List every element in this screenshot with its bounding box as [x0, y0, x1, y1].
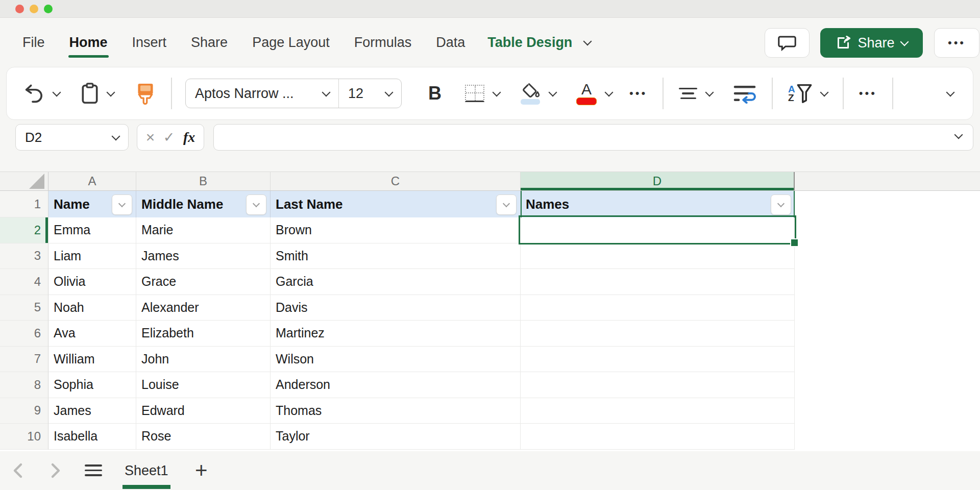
column-header-d-selected[interactable]: D	[521, 172, 795, 190]
cell-c3[interactable]: Smith	[271, 243, 521, 270]
confirm-entry-button[interactable]: ✓	[163, 129, 175, 145]
cell-a9[interactable]: James	[48, 398, 136, 424]
font-color-button[interactable]: A	[576, 82, 597, 105]
filter-button-middle-name[interactable]	[246, 194, 266, 215]
more-options-button[interactable]: •••	[934, 28, 979, 58]
tab-share[interactable]: Share	[189, 33, 230, 53]
font-size-select[interactable]: 12	[339, 79, 401, 108]
paste-button[interactable]	[80, 83, 100, 104]
cell-a3[interactable]: Liam	[48, 243, 136, 270]
zoom-window-button[interactable]	[44, 5, 53, 13]
cell-d9[interactable]	[521, 398, 795, 424]
cell-d7[interactable]	[521, 347, 795, 373]
formula-input[interactable]	[213, 124, 973, 151]
cell-a4[interactable]: Olivia	[48, 269, 136, 295]
cell-b5[interactable]: Alexander	[136, 295, 271, 321]
borders-button[interactable]	[465, 85, 484, 102]
tab-formulas[interactable]: Formulas	[352, 33, 414, 53]
row-header-5[interactable]: 5	[0, 295, 48, 321]
cell-c4[interactable]: Garcia	[271, 269, 521, 295]
cell-b6[interactable]: Elizabeth	[136, 321, 271, 347]
row-header-6[interactable]: 6	[0, 321, 48, 347]
tab-page-layout[interactable]: Page Layout	[250, 33, 332, 53]
close-window-button[interactable]	[15, 5, 24, 13]
row-header-2-selected[interactable]: 2	[0, 217, 48, 243]
cell-d3[interactable]	[521, 243, 795, 270]
cell-c2[interactable]: Brown	[271, 217, 521, 243]
fill-color-dropdown-chevron[interactable]	[549, 88, 557, 96]
font-color-dropdown-chevron[interactable]	[605, 88, 614, 96]
filter-button-last-name[interactable]	[496, 194, 517, 215]
next-sheet-button[interactable]	[49, 462, 62, 479]
fill-color-button[interactable]	[520, 83, 541, 105]
column-header-b[interactable]: B	[136, 172, 271, 190]
alignment-button[interactable]	[679, 88, 697, 100]
table-header-names[interactable]: Names	[521, 191, 795, 217]
expand-formula-bar-chevron[interactable]	[954, 131, 963, 139]
minimize-window-button[interactable]	[30, 5, 38, 13]
cell-c9[interactable]: Thomas	[271, 398, 521, 424]
sort-filter-dropdown-chevron[interactable]	[820, 88, 828, 96]
select-all-corner[interactable]	[0, 172, 48, 190]
row-header-10[interactable]: 10	[0, 424, 48, 450]
cell-c8[interactable]: Anderson	[271, 372, 521, 398]
paste-dropdown-chevron[interactable]	[107, 88, 115, 96]
sort-filter-button[interactable]: A Z	[788, 83, 813, 104]
table-header-middle-name[interactable]: Middle Name	[136, 191, 271, 217]
filter-button-name[interactable]	[112, 194, 132, 215]
format-painter-button[interactable]	[135, 82, 156, 105]
cell-a2[interactable]: Emma	[48, 217, 136, 243]
cell-b8[interactable]: Louise	[136, 372, 271, 398]
cell-d5[interactable]	[521, 295, 795, 321]
cell-c10[interactable]: Taylor	[271, 424, 521, 450]
filter-button-names[interactable]	[771, 194, 791, 215]
row-header-3[interactable]: 3	[0, 243, 48, 270]
row-header-7[interactable]: 7	[0, 347, 48, 373]
tab-insert[interactable]: Insert	[130, 33, 169, 53]
cell-b9[interactable]: Edward	[136, 398, 271, 424]
chevron-down-icon[interactable]	[583, 37, 592, 45]
add-sheet-button[interactable]: +	[195, 451, 208, 490]
tab-table-design[interactable]: Table Design	[487, 35, 591, 51]
more-toolbar-options-button[interactable]: •••	[859, 87, 877, 100]
table-header-last-name[interactable]: Last Name	[271, 191, 521, 217]
borders-dropdown-chevron[interactable]	[493, 88, 501, 96]
name-box-chevron[interactable]	[112, 132, 120, 140]
tab-home[interactable]: Home	[67, 33, 110, 53]
cell-d4[interactable]	[521, 269, 795, 295]
name-box[interactable]: D2	[15, 124, 129, 151]
cell-b2[interactable]: Marie	[136, 217, 271, 243]
font-name-select[interactable]: Aptos Narrow ...	[186, 79, 339, 108]
cell-b7[interactable]: John	[136, 347, 271, 373]
cell-d10[interactable]	[521, 424, 795, 450]
row-header-9[interactable]: 9	[0, 398, 48, 424]
undo-button[interactable]	[23, 83, 45, 104]
column-header-a[interactable]: A	[48, 172, 136, 190]
collapse-ribbon-chevron[interactable]	[946, 88, 955, 96]
cell-a10[interactable]: Isabella	[48, 424, 136, 450]
cell-a6[interactable]: Ava	[48, 321, 136, 347]
cell-a7[interactable]: William	[48, 347, 136, 373]
cell-d2-selected[interactable]	[521, 217, 795, 243]
alignment-dropdown-chevron[interactable]	[705, 88, 714, 96]
wrap-text-button[interactable]	[733, 83, 756, 104]
cell-c7[interactable]: Wilson	[271, 347, 521, 373]
column-header-c[interactable]: C	[271, 172, 521, 190]
cell-d8[interactable]	[521, 372, 795, 398]
more-font-options-button[interactable]: •••	[629, 87, 647, 100]
table-header-name[interactable]: Name	[48, 191, 136, 217]
cancel-entry-button[interactable]: ×	[146, 129, 155, 146]
comments-button[interactable]	[765, 28, 810, 58]
row-header-1[interactable]: 1	[0, 191, 48, 217]
cell-b10[interactable]: Rose	[136, 424, 271, 450]
sheet-list-button[interactable]	[85, 464, 102, 476]
tab-file[interactable]: File	[20, 33, 47, 53]
cell-a8[interactable]: Sophia	[48, 372, 136, 398]
cell-b3[interactable]: James	[136, 243, 271, 270]
previous-sheet-button[interactable]	[11, 462, 24, 479]
cell-d6[interactable]	[521, 321, 795, 347]
sheet-tab-sheet1[interactable]: Sheet1	[121, 451, 172, 490]
insert-function-button[interactable]: fx	[183, 129, 195, 145]
undo-dropdown-chevron[interactable]	[53, 88, 61, 96]
cell-c6[interactable]: Martinez	[271, 321, 521, 347]
